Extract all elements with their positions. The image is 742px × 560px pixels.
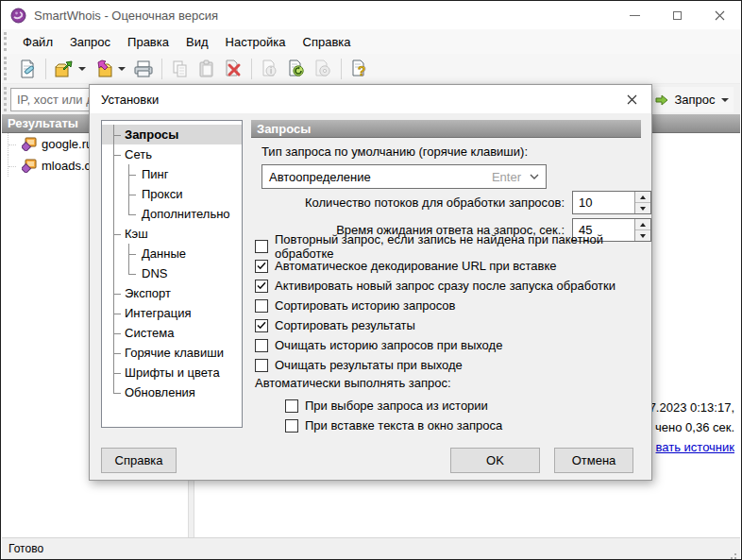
spin-down-button[interactable] bbox=[635, 203, 650, 213]
menu-view[interactable]: Вид bbox=[177, 31, 217, 53]
checkbox-label: При выборе запроса из истории bbox=[305, 399, 488, 413]
tree-connector bbox=[106, 125, 121, 144]
close-button[interactable] bbox=[699, 1, 741, 29]
checkbox-checked[interactable] bbox=[255, 280, 268, 293]
open-dropdown-button[interactable] bbox=[77, 57, 87, 81]
delete-button[interactable] bbox=[220, 57, 246, 81]
view-source-button[interactable] bbox=[310, 57, 336, 81]
refresh-icon bbox=[287, 59, 306, 78]
checkbox-row[interactable]: Сортировать историю запросов bbox=[255, 296, 651, 315]
tree-item[interactable]: Пинг bbox=[102, 164, 242, 184]
settings-dialog: Установки ЗапросыСетьПингПроксиДополните… bbox=[89, 84, 652, 481]
tree-item[interactable]: Данные bbox=[102, 244, 242, 263]
checkbox-row[interactable]: Очищать результаты при выходе bbox=[255, 355, 651, 375]
checkbox-unchecked[interactable] bbox=[255, 240, 268, 253]
new-query-icon bbox=[18, 59, 37, 78]
tree-item[interactable]: Шрифты и цвета bbox=[102, 363, 242, 382]
tree-item[interactable]: Интеграция bbox=[102, 303, 242, 323]
delete-icon bbox=[224, 59, 243, 78]
menu-settings[interactable]: Настройка bbox=[217, 31, 295, 53]
save-button[interactable] bbox=[91, 57, 117, 81]
tree-connector bbox=[121, 164, 138, 184]
spin-up-button[interactable] bbox=[635, 192, 650, 203]
threads-value: 10 bbox=[573, 192, 634, 213]
tree-connector bbox=[121, 184, 138, 204]
dialog-close-button[interactable] bbox=[621, 91, 642, 109]
tree-connector bbox=[106, 244, 121, 263]
checkbox-label: Активировать новый запрос сразу после за… bbox=[275, 279, 616, 293]
checkbox-unchecked[interactable] bbox=[285, 419, 298, 433]
tree-item-label: Шрифты и цвета bbox=[125, 365, 220, 380]
paste-button[interactable] bbox=[194, 57, 220, 81]
menu-help[interactable]: Справка bbox=[295, 31, 360, 53]
resize-grip-icon[interactable] bbox=[734, 553, 736, 555]
help-button[interactable]: ? bbox=[346, 57, 373, 81]
tree-item[interactable]: Обновления bbox=[102, 382, 242, 402]
tree-item[interactable]: DNS bbox=[102, 263, 242, 283]
spin-up-button[interactable] bbox=[635, 219, 650, 230]
open-saved-button[interactable] bbox=[51, 57, 77, 81]
settings-section-header: Запросы bbox=[251, 120, 641, 138]
tree-item-label: Интеграция bbox=[125, 306, 192, 320]
checkmark-icon bbox=[257, 262, 266, 270]
tree-item[interactable]: Система bbox=[102, 323, 242, 343]
app-logo-icon bbox=[10, 8, 26, 24]
dialog-title-bar: Установки bbox=[90, 85, 651, 113]
checkbox-row[interactable]: Активировать новый запрос сразу после за… bbox=[255, 276, 651, 296]
tree-item[interactable]: Горячие клавиши bbox=[102, 343, 242, 363]
checkbox-checked[interactable] bbox=[255, 260, 268, 273]
toolbar-separator bbox=[341, 59, 342, 79]
tree-item[interactable]: Сеть bbox=[102, 144, 242, 164]
toolbar-separator bbox=[161, 59, 162, 79]
threads-label: Количество потоков для обработки запросо… bbox=[305, 195, 565, 210]
copy-button[interactable] bbox=[167, 57, 194, 81]
svg-text:?: ? bbox=[358, 63, 366, 78]
query-input-text: IP, хост или до bbox=[17, 93, 100, 107]
triangle-up-icon bbox=[640, 223, 646, 227]
checkbox-row[interactable]: При вставке текста в окно запроса bbox=[285, 416, 502, 435]
checkbox-unchecked[interactable] bbox=[255, 339, 268, 352]
properties-button[interactable] bbox=[257, 57, 283, 81]
tree-item-label: Прокси bbox=[142, 187, 182, 201]
view-source-link[interactable]: вать источник bbox=[649, 437, 734, 457]
smartwhois-window: SmartWhois - Оценочная версия Файл Запро… bbox=[0, 0, 742, 560]
tree-item[interactable]: Кэш bbox=[102, 224, 242, 244]
menu-edit[interactable]: Правка bbox=[119, 31, 177, 53]
query-button[interactable]: Запрос bbox=[650, 87, 734, 112]
tree-item[interactable]: Запросы bbox=[102, 125, 242, 144]
help-button[interactable]: Справка bbox=[101, 448, 177, 473]
threads-spinner[interactable]: 10 bbox=[572, 191, 651, 214]
chevron-down-icon bbox=[721, 98, 729, 102]
checkbox-row[interactable]: Повторный запрос, если запись не найдена… bbox=[255, 236, 651, 256]
tree-connector bbox=[106, 323, 121, 343]
default-query-type-select[interactable]: Автоопределение Enter bbox=[261, 164, 547, 189]
save-dropdown-button[interactable] bbox=[117, 57, 126, 81]
checkbox-row[interactable]: Очищать историю запросов при выходе bbox=[255, 335, 651, 355]
checkbox-row[interactable]: При выборе запроса из истории bbox=[285, 396, 502, 416]
print-button[interactable] bbox=[130, 57, 157, 81]
tree-item[interactable]: Экспорт bbox=[102, 283, 242, 303]
minimize-button[interactable] bbox=[614, 1, 656, 29]
menu-query[interactable]: Запрос bbox=[61, 31, 119, 53]
tree-item-label: Пинг bbox=[142, 167, 169, 181]
new-query-button[interactable] bbox=[14, 57, 41, 81]
tree-item-label: Кэш bbox=[125, 227, 148, 241]
tree-connector bbox=[106, 363, 121, 382]
tree-item-label: Система bbox=[125, 326, 174, 340]
maximize-button[interactable] bbox=[656, 1, 699, 29]
checkbox-label: При вставке текста в окно запроса bbox=[305, 418, 502, 433]
checkbox-unchecked[interactable] bbox=[285, 399, 298, 413]
menu-file[interactable]: Файл bbox=[14, 31, 61, 53]
cancel-button[interactable]: Отмена bbox=[554, 448, 633, 473]
checkbox-checked[interactable] bbox=[255, 319, 268, 332]
tree-item-label: Запросы bbox=[125, 127, 178, 142]
result-timestamp: 7.2023 0:13:17, bbox=[649, 398, 734, 417]
requery-button[interactable] bbox=[283, 57, 310, 81]
settings-section-title: Запросы bbox=[257, 122, 311, 136]
ok-button[interactable]: OK bbox=[450, 448, 540, 473]
checkbox-unchecked[interactable] bbox=[255, 359, 268, 372]
checkbox-row[interactable]: Сортировать результаты bbox=[255, 315, 651, 335]
tree-item[interactable]: Прокси bbox=[102, 184, 242, 204]
tree-item[interactable]: Дополнительно bbox=[102, 204, 242, 224]
checkbox-unchecked[interactable] bbox=[255, 299, 268, 313]
